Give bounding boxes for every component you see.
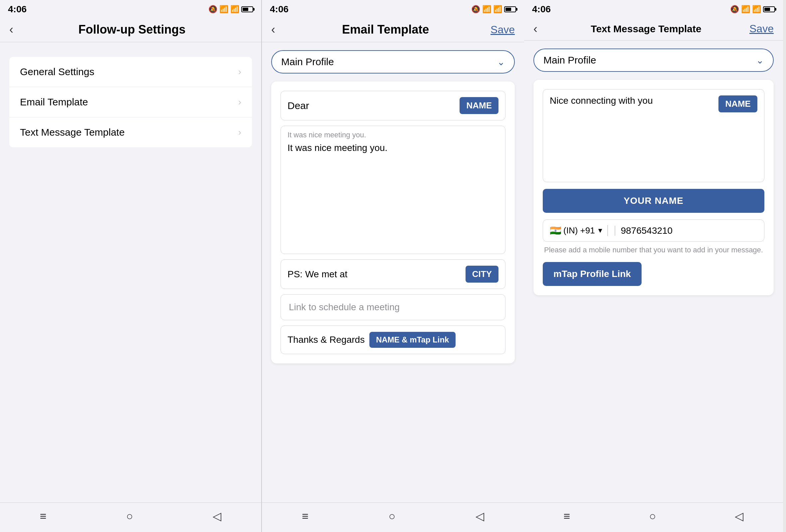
wifi-icon-2: 📶	[482, 5, 491, 14]
menu-label-general: General Settings	[20, 66, 94, 77]
dear-row: Dear NAME	[280, 91, 506, 120]
save-button-2[interactable]: Save	[490, 24, 515, 36]
link-placeholder-text: Link to schedule a meeting	[289, 302, 400, 312]
status-bar-2: 4:06 🔕 📶 📶	[262, 0, 524, 17]
status-time-1: 4:06	[8, 4, 27, 15]
text-form-card: Nice connecting with you NAME YOUR NAME …	[533, 80, 774, 295]
mute-icon-3: 🔕	[730, 5, 739, 14]
name-tag-button-3[interactable]: NAME	[718, 95, 757, 113]
chevron-down-icon-2: ⌄	[497, 56, 505, 68]
email-form-card: Dear NAME It was nice meeting you. PS: W…	[271, 81, 515, 363]
battery-icon	[241, 6, 253, 12]
chevron-right-icon-2: ›	[238, 97, 241, 107]
menu-icon-1[interactable]: ≡	[40, 510, 47, 523]
mute-icon-2: 🔕	[471, 5, 480, 14]
textarea-floating-label: It was nice meeting you.	[281, 126, 505, 139]
body-textarea[interactable]	[281, 139, 505, 252]
nice-row: Nice connecting with you NAME	[543, 89, 764, 182]
profile-dropdown-3[interactable]: Main Profile ⌄	[533, 49, 774, 72]
phone-row: 🇮🇳 (IN) +91 ▼	[543, 219, 764, 242]
ps-text: PS: We met at	[287, 269, 465, 280]
menu-label-text: Text Message Template	[20, 127, 125, 138]
menu-item-general[interactable]: General Settings ›	[9, 57, 252, 87]
text-message-template-panel: 4:06 🔕 📶 📶 ‹ Text Message Template Save …	[524, 0, 783, 532]
page-title-3: Text Message Template	[543, 23, 749, 34]
signal-icon: 📶	[230, 5, 239, 14]
status-icons-1: 🔕 📶 📶	[208, 5, 253, 14]
menu-item-email[interactable]: Email Template ›	[9, 87, 252, 117]
signal-icon-2: 📶	[493, 5, 502, 14]
nav-header-2: ‹ Email Template Save	[262, 17, 524, 42]
flag-icon: 🇮🇳	[550, 225, 561, 236]
body-textarea-container: It was nice meeting you.	[280, 126, 506, 254]
nice-text: Nice connecting with you	[550, 95, 718, 106]
wifi-icon: 📶	[219, 5, 228, 14]
your-name-button[interactable]: YOUR NAME	[543, 189, 764, 213]
home-icon-1[interactable]: ○	[126, 510, 133, 523]
status-icons-2: 🔕 📶 📶	[471, 5, 516, 14]
page-title-1: Follow-up Settings	[12, 23, 252, 37]
back-icon-2[interactable]: ◁	[476, 509, 484, 523]
chevron-right-icon: ›	[238, 67, 241, 77]
country-code-label: (IN) +91	[563, 225, 595, 236]
profile-label-3: Main Profile	[544, 54, 596, 66]
page-title-2: Email Template	[280, 23, 490, 37]
phone-divider	[615, 226, 615, 236]
thanks-text: Thanks & Regards	[287, 335, 365, 345]
settings-content: General Settings › Email Template › Text…	[0, 42, 261, 502]
name-mtap-tag-button[interactable]: NAME & mTap Link	[369, 332, 456, 348]
dropdown-chevron-phone: ▼	[597, 227, 604, 235]
name-tag-button[interactable]: NAME	[460, 97, 499, 114]
nav-header-1: ‹ Follow-up Settings	[0, 17, 261, 42]
status-time-3: 4:06	[532, 4, 551, 15]
battery-icon-2	[504, 6, 516, 12]
battery-icon-3	[763, 6, 775, 12]
profile-dropdown-2[interactable]: Main Profile ⌄	[271, 50, 515, 73]
menu-label-email: Email Template	[20, 96, 88, 108]
nav-header-3: ‹ Text Message Template Save	[524, 17, 783, 41]
country-selector[interactable]: 🇮🇳 (IN) +91 ▼	[550, 225, 608, 236]
bottom-nav-1: ≡ ○ ◁	[0, 502, 261, 532]
settings-menu: General Settings › Email Template › Text…	[9, 57, 252, 147]
mtap-profile-link-button[interactable]: mTap Profile Link	[543, 262, 642, 286]
status-icons-3: 🔕 📶 📶	[730, 5, 775, 14]
dear-text: Dear	[287, 100, 460, 112]
status-bar-3: 4:06 🔕 📶 📶	[524, 0, 783, 17]
back-icon-1[interactable]: ◁	[213, 509, 221, 523]
follow-up-settings-panel: 4:06 🔕 📶 📶 ‹ Follow-up Settings General …	[0, 0, 262, 532]
menu-icon-2[interactable]: ≡	[302, 510, 308, 523]
chevron-right-icon-3: ›	[238, 127, 241, 138]
email-template-panel: 4:06 🔕 📶 📶 ‹ Email Template Save Main Pr…	[262, 0, 524, 532]
wifi-icon-3: 📶	[741, 5, 750, 14]
mute-icon: 🔕	[208, 5, 217, 14]
status-bar-1: 4:06 🔕 📶 📶	[0, 0, 261, 17]
help-text: Please add a mobile number that you want…	[543, 245, 764, 256]
menu-icon-3[interactable]: ≡	[564, 510, 570, 523]
home-icon-3[interactable]: ○	[649, 510, 656, 523]
back-icon-3[interactable]: ◁	[735, 509, 743, 523]
back-button-2[interactable]: ‹	[271, 24, 275, 35]
signal-icon-3: 📶	[752, 5, 761, 14]
profile-label-2: Main Profile	[281, 56, 334, 68]
bottom-nav-2: ≡ ○ ◁	[262, 502, 524, 532]
link-row[interactable]: Link to schedule a meeting	[280, 294, 506, 320]
chevron-down-icon-3: ⌄	[756, 55, 764, 66]
text-content: Main Profile ⌄ Nice connecting with you …	[524, 41, 783, 502]
menu-item-text[interactable]: Text Message Template ›	[9, 117, 252, 147]
home-icon-2[interactable]: ○	[389, 510, 396, 523]
city-tag-button[interactable]: CITY	[465, 266, 499, 283]
phone-number-input[interactable]	[621, 225, 757, 236]
save-button-3[interactable]: Save	[749, 23, 774, 35]
ps-row: PS: We met at CITY	[280, 259, 506, 289]
thanks-row: Thanks & Regards NAME & mTap Link	[280, 325, 506, 354]
back-button-3[interactable]: ‹	[533, 23, 537, 35]
email-content: Main Profile ⌄ Dear NAME It was nice mee…	[262, 42, 524, 502]
bottom-nav-3: ≡ ○ ◁	[524, 502, 783, 532]
status-time-2: 4:06	[270, 4, 288, 15]
